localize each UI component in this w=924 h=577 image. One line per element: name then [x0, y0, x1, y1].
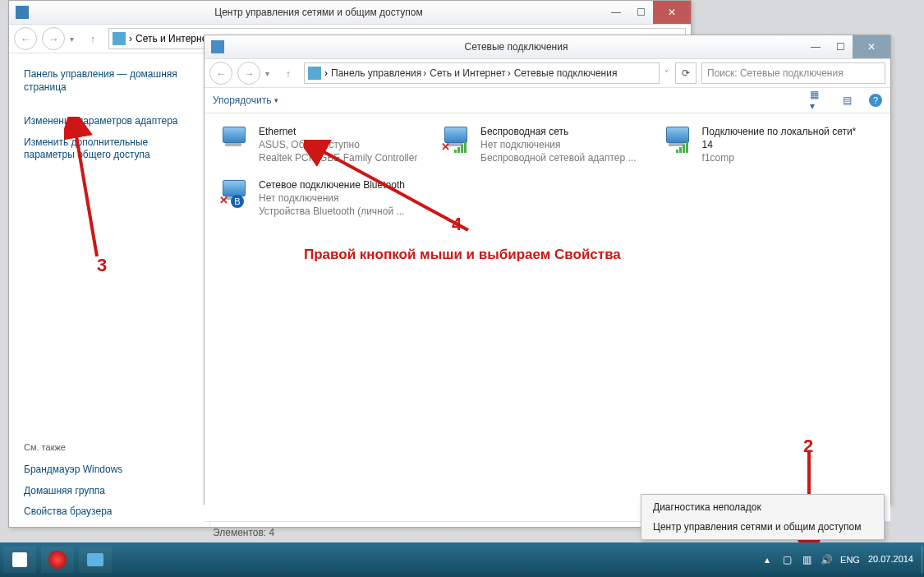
adapter-wifi[interactable]: ✕ Беспроводная сеть Нет подключения Бесп…: [438, 122, 650, 168]
maximize-button[interactable]: ☐: [828, 35, 853, 58]
adapter-name: Подключение по локальной сети* 14: [702, 125, 868, 151]
ethernet-icon: [219, 125, 252, 153]
details-pane-icon[interactable]: ▤: [839, 93, 854, 108]
search-input[interactable]: Поиск: Сетевые подключения: [701, 62, 885, 84]
app-icon: [211, 40, 224, 53]
adapter-device: f1comp: [702, 151, 867, 164]
adapter-name: Сетевое подключение Bluetooth: [259, 178, 405, 192]
adapter-lan14[interactable]: Подключение по локальной сети* 14 f1comp: [660, 122, 871, 168]
clock[interactable]: 20.07.2014: [868, 554, 913, 565]
taskbar: ▴ ▢ ▥ 🔊 ENG 20.07.2014: [0, 542, 924, 577]
nav-bar: ← → ▾ ↑ › Панель управления › Сеть и Инт…: [205, 59, 890, 88]
menu-diagnose[interactable]: Диагностика неполадок: [641, 497, 884, 517]
tray-flag-icon[interactable]: ▢: [781, 554, 793, 565]
advanced-sharing-link[interactable]: Изменить дополнительные параметры общего…: [24, 136, 196, 162]
bluetooth-off-icon: ✕B: [219, 178, 252, 206]
browser-link[interactable]: Свойства браузера: [24, 505, 196, 519]
history-dropdown[interactable]: ▾: [265, 69, 269, 78]
history-dropdown[interactable]: ▾: [70, 35, 74, 44]
firewall-link[interactable]: Брандмауэр Windows: [24, 464, 196, 477]
organize-button[interactable]: Упорядочить▾: [213, 95, 278, 106]
adapter-device: Беспроводной сетевой адаптер ...: [480, 151, 637, 164]
back-button[interactable]: ←: [14, 27, 37, 50]
help-icon[interactable]: ?: [869, 94, 882, 107]
start-button[interactable]: [3, 547, 36, 573]
toolbar: Упорядочить▾ ▦ ▾ ▤ ?: [205, 88, 890, 113]
crumb-b[interactable]: Сеть и Интернет: [430, 67, 505, 79]
sidebar: Панель управления — домашняя страница Из…: [9, 53, 210, 527]
maximize-button[interactable]: ☐: [628, 1, 653, 24]
adapter-settings-link[interactable]: Изменение параметров адаптера: [24, 115, 196, 128]
forward-button[interactable]: →: [237, 62, 260, 85]
up-button[interactable]: ↑: [278, 62, 299, 84]
adapter-status: ASUS, Общедоступно: [259, 138, 417, 151]
app-icon: [16, 6, 29, 19]
address-bar[interactable]: › Панель управления › Сеть и Интернет › …: [304, 62, 660, 84]
address-text: Сеть и Интернет: [136, 33, 211, 44]
close-button[interactable]: ✕: [853, 35, 890, 58]
item-count: Элементов: 4: [213, 527, 274, 538]
titlebar: Центр управления сетями и общим доступом…: [9, 1, 691, 25]
wifi-icon: [663, 125, 696, 153]
window-title: Центр управления сетями и общим доступом: [34, 7, 604, 18]
home-link[interactable]: Панель управления — домашняя страница: [24, 68, 196, 94]
refresh-button[interactable]: ⟳: [675, 62, 696, 84]
back-button[interactable]: ←: [209, 62, 232, 85]
up-button[interactable]: ↑: [82, 28, 103, 49]
crumb-c[interactable]: Сетевые подключения: [514, 67, 618, 79]
tray-context-menu: Диагностика неполадок Центр управления с…: [641, 494, 885, 540]
adapter-device: Устройства Bluetooth (личной ...: [259, 205, 405, 218]
minimize-button[interactable]: —: [604, 1, 628, 24]
titlebar: Сетевые подключения — ☐ ✕: [205, 35, 890, 59]
close-button[interactable]: ✕: [653, 1, 691, 24]
minimize-button[interactable]: —: [803, 35, 828, 58]
adapter-device: Realtek PCIe GBE Family Controller: [259, 151, 417, 164]
adapter-name: Ethernet: [259, 125, 417, 138]
network-icon: [113, 32, 126, 45]
see-also-label: См. также: [24, 442, 196, 452]
adapter-status: Нет подключения: [480, 138, 637, 151]
network-icon: [308, 67, 321, 80]
adapter-bluetooth[interactable]: ✕B Сетевое подключение Bluetooth Нет под…: [216, 175, 428, 222]
window-title: Сетевые подключения: [229, 41, 803, 53]
adapters-area: Ethernet ASUS, Общедоступно Realtek PCIe…: [205, 113, 890, 521]
opera-taskbar-icon[interactable]: [41, 547, 74, 573]
tray-network-icon[interactable]: ▥: [801, 554, 812, 565]
network-connections-window: Сетевые подключения — ☐ ✕ ← → ▾ ↑ › Пане…: [204, 35, 891, 505]
adapter-status: Нет подключения: [259, 192, 405, 205]
adapter-ethernet[interactable]: Ethernet ASUS, Общедоступно Realtek PCIe…: [216, 122, 428, 168]
wifi-off-icon: ✕: [441, 125, 474, 153]
forward-button[interactable]: →: [42, 27, 65, 50]
language-indicator[interactable]: ENG: [840, 555, 860, 565]
menu-network-center[interactable]: Центр управления сетями и общим доступом: [641, 517, 884, 537]
control-panel-taskbar-icon[interactable]: [79, 547, 112, 573]
adapter-name: Беспроводная сеть: [480, 125, 637, 138]
view-large-icon[interactable]: ▦ ▾: [810, 93, 825, 108]
tray-volume-icon[interactable]: 🔊: [821, 554, 832, 565]
crumb-a[interactable]: Панель управления: [331, 67, 421, 79]
tray-up-icon[interactable]: ▴: [761, 554, 773, 565]
address-dropdown[interactable]: ˅: [664, 69, 669, 78]
homegroup-link[interactable]: Домашняя группа: [24, 485, 196, 498]
